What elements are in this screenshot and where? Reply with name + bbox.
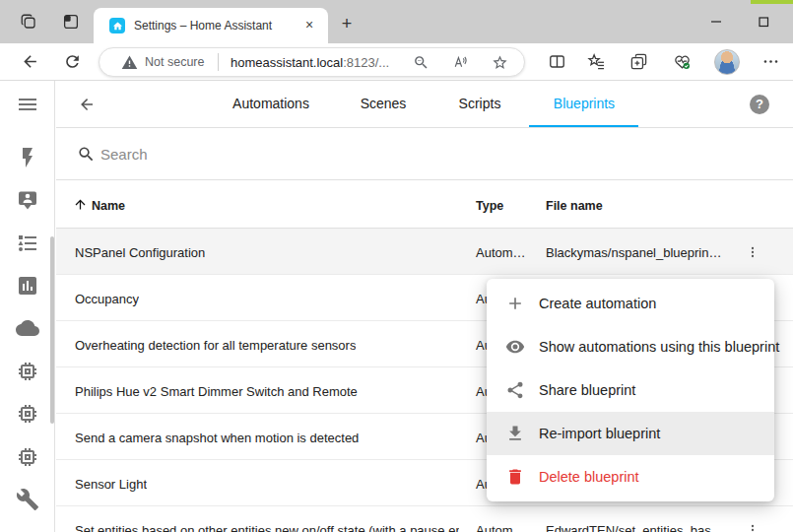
- blueprint-context-menu: Create automation Show automations using…: [487, 279, 774, 501]
- tab-scenes[interactable]: Scenes: [361, 96, 407, 111]
- eye-icon: [505, 337, 525, 357]
- workspaces-icon[interactable]: [62, 13, 80, 31]
- security-status-label[interactable]: Not secure: [145, 55, 204, 69]
- menu-item-download[interactable]: Re-import blueprint: [487, 412, 774, 455]
- row-name: Sensor Light: [75, 477, 147, 492]
- not-secure-warning-icon[interactable]: [121, 54, 138, 71]
- menu-item-eye[interactable]: Show automations using this blueprint: [487, 325, 774, 368]
- ha-header: Automations Scenes Scripts Blueprints ?: [56, 81, 793, 128]
- browser-back-icon[interactable]: [21, 52, 39, 71]
- row-name: Set entities based on other entities new…: [75, 523, 459, 532]
- ha-back-arrow-icon[interactable]: [78, 96, 96, 113]
- search-icon: [77, 145, 96, 164]
- sort-ascending-arrow-icon[interactable]: [73, 197, 88, 212]
- download-icon: [505, 424, 525, 443]
- row-overflow-menu-icon[interactable]: [745, 240, 760, 264]
- column-header-type[interactable]: Type: [476, 199, 503, 213]
- search-bar: [56, 128, 793, 180]
- tab-blueprints[interactable]: Blueprints: [554, 96, 615, 111]
- logbook-list-icon[interactable]: [16, 232, 39, 255]
- browser-tab-active[interactable]: Settings – Home Assistant ×: [94, 8, 328, 43]
- menu-item-share[interactable]: Share blueprint: [487, 368, 774, 412]
- row-name: Philips Hue v2 Smart Dimmer Switch and R…: [75, 384, 358, 399]
- row-type: Autom…: [476, 523, 526, 532]
- browser-titlebar: Settings – Home Assistant × +: [0, 0, 793, 43]
- trash-icon: [505, 467, 525, 487]
- sidebar-scrollbar-thumb[interactable]: [50, 236, 54, 424]
- screen-share-indicator-strip: [751, 0, 793, 4]
- profile-avatar[interactable]: [714, 49, 740, 75]
- table-header: Name Type File name: [56, 180, 793, 229]
- search-input[interactable]: [100, 142, 692, 166]
- url-divider: [218, 53, 219, 71]
- tab-scripts[interactable]: Scripts: [459, 96, 501, 111]
- share-icon: [505, 380, 525, 400]
- window-minimize-button[interactable]: [708, 14, 724, 30]
- plus-icon: [505, 294, 525, 313]
- url-tail: :8123/...: [343, 55, 389, 70]
- row-name: Overheating detection for all temperatur…: [75, 338, 356, 353]
- menu-item-trash[interactable]: Delete blueprint: [487, 455, 774, 499]
- menu-item-plus[interactable]: Create automation: [487, 282, 774, 325]
- cloud-icon[interactable]: [16, 316, 39, 340]
- history-chart-icon[interactable]: [16, 274, 39, 298]
- collections-icon[interactable]: [629, 52, 648, 71]
- tab-automations[interactable]: Automations: [232, 96, 309, 111]
- window-maximize-button[interactable]: [756, 14, 771, 30]
- tab-title: Settings – Home Assistant: [134, 19, 272, 33]
- active-tab-underline: [529, 125, 638, 127]
- row-file: Blackymas/nspanel_blueprin…: [546, 245, 721, 260]
- split-screen-icon[interactable]: [548, 52, 566, 71]
- help-icon[interactable]: ?: [750, 95, 769, 114]
- table-row[interactable]: NSPanel Configuration Autom… Blackymas/n…: [56, 229, 793, 275]
- chip-icon[interactable]: [16, 402, 39, 426]
- row-name: Occupancy: [75, 292, 139, 306]
- chip-icon[interactable]: [16, 445, 39, 469]
- row-name: NSPanel Configuration: [75, 245, 205, 260]
- read-aloud-icon[interactable]: [451, 54, 468, 71]
- chip-icon[interactable]: [16, 360, 39, 383]
- row-type: Autom…: [476, 245, 526, 260]
- row-file: EdwardTEN/set_entities_bas…: [546, 523, 724, 532]
- person-badge-icon[interactable]: [16, 188, 39, 212]
- url-text[interactable]: homeassistant.local:8123/...: [231, 55, 389, 70]
- row-name: Send a camera snapshot when motion is de…: [75, 431, 359, 445]
- row-overflow-menu-icon[interactable]: [745, 518, 760, 532]
- new-tab-button[interactable]: +: [338, 16, 356, 33]
- favorite-star-icon[interactable]: [492, 54, 508, 71]
- favorites-list-icon[interactable]: [587, 52, 606, 71]
- hamburger-menu-icon[interactable]: [16, 93, 39, 116]
- column-header-file[interactable]: File name: [546, 199, 603, 213]
- tab-stacks-icon[interactable]: [20, 13, 37, 31]
- tab-close-icon[interactable]: ×: [300, 16, 318, 33]
- address-bar[interactable]: Not secure homeassistant.local:8123/...: [99, 47, 525, 77]
- column-header-name[interactable]: Name: [92, 199, 125, 213]
- ha-sidebar: [0, 81, 55, 532]
- browser-toolbar: Not secure homeassistant.local:8123/...: [0, 43, 793, 81]
- browser-essentials-icon[interactable]: [673, 52, 692, 71]
- home-assistant-favicon: [109, 18, 125, 33]
- browser-menu-dots-icon[interactable]: [761, 52, 780, 71]
- wrench-icon[interactable]: [16, 488, 39, 511]
- url-host: homeassistant.local: [231, 55, 343, 70]
- zoom-out-icon[interactable]: [413, 54, 430, 71]
- lightning-bolt-icon[interactable]: [16, 146, 39, 169]
- browser-refresh-icon[interactable]: [63, 52, 82, 71]
- table-row[interactable]: Set entities based on other entities new…: [56, 506, 793, 532]
